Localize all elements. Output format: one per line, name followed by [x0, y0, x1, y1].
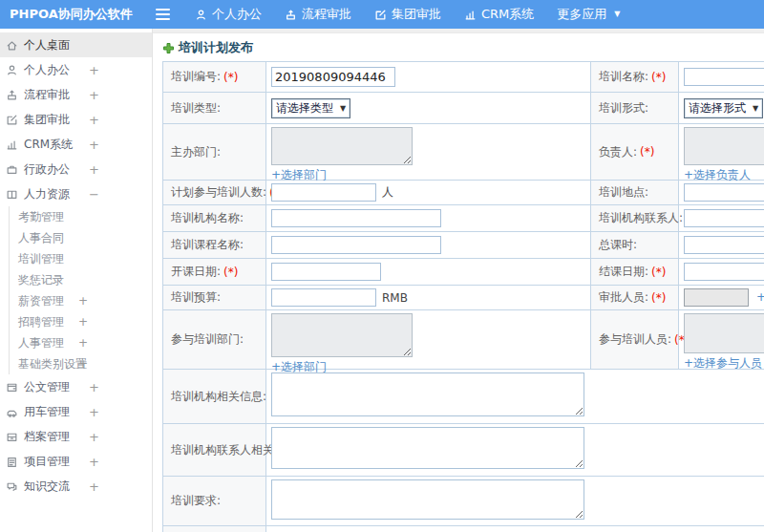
required-mark: (*) [223, 266, 238, 279]
form-row: 培训要求: [163, 477, 764, 526]
training-no-input[interactable] [271, 67, 395, 87]
topmenu-item-label: 个人办公 [212, 6, 262, 23]
org-info-textarea[interactable] [271, 372, 584, 416]
field-cell: +选择部门 [266, 310, 591, 369]
host-dept-textarea[interactable] [271, 127, 413, 165]
topmenu-item-workflow-approval[interactable]: 流程审批 [285, 6, 351, 23]
topmenu-item-more-apps[interactable]: 更多应用▼ [557, 6, 620, 23]
field-label-cell: 培训形式: [591, 93, 679, 123]
training-form-select[interactable]: 请选择形式▼ [684, 98, 763, 118]
sidebar-item-doc-mgmt[interactable]: 公文管理+ [0, 374, 152, 399]
field-label-cell: 参与培训部门: [163, 310, 266, 369]
expand-toggle-icon[interactable]: + [78, 357, 88, 371]
field-label-cell: 计划参与培训人数:(*) [163, 181, 266, 204]
field-cell: 人 [266, 181, 591, 204]
training-require-textarea[interactable] [271, 479, 584, 520]
field-label-cell: 培训机构联系人: [591, 205, 679, 231]
sidebar-item-attendance-mgmt[interactable]: 考勤管理 [10, 206, 152, 227]
sidebar-item-personnel-mgmt[interactable]: 人事管理+ [10, 332, 152, 353]
field-stack [271, 424, 584, 470]
field-cell [679, 62, 764, 92]
sidebar-item-workflow-approval[interactable]: 流程审批+ [0, 82, 152, 107]
end-date-input[interactable] [684, 263, 764, 281]
planned-participants-input[interactable] [271, 183, 376, 202]
home-icon [6, 39, 18, 52]
start-date-input[interactable] [271, 263, 381, 281]
sidebar-item-label: 集团审批 [24, 112, 70, 128]
select-value: 请选择类型 [276, 100, 333, 117]
expand-toggle-icon[interactable]: + [89, 380, 99, 394]
field-cell [266, 424, 764, 476]
sidebar-item-knowledge-exchange[interactable]: 知识交流+ [0, 474, 152, 499]
budget-input[interactable] [271, 288, 376, 307]
expand-toggle-icon[interactable]: + [89, 405, 99, 419]
sidebar-item-label: 档案管理 [24, 429, 70, 445]
sidebar-item-recruit-mgmt[interactable]: 招聘管理+ [10, 311, 152, 332]
sidebar-item-admin-office[interactable]: 行政办公+ [0, 157, 152, 181]
field-label: 主办部门: [171, 144, 221, 160]
field-label-cell: 培训预算: [163, 286, 266, 309]
expand-toggle-icon[interactable]: − [89, 187, 99, 202]
required-mark: (*) [651, 291, 666, 305]
expand-toggle-icon[interactable]: + [78, 336, 88, 350]
expand-toggle-icon[interactable]: + [89, 162, 99, 177]
training-type-select[interactable]: 请选择类型▼ [271, 98, 350, 118]
expand-toggle-icon[interactable]: + [89, 479, 99, 494]
field-stack: +选择负责人 [684, 124, 764, 184]
approver-input[interactable] [684, 288, 749, 307]
project-icon [6, 456, 18, 468]
sidebar-item-salary-mgmt[interactable]: 薪资管理+ [10, 290, 152, 311]
sidebar-item-label: 知识交流 [24, 479, 70, 495]
expand-toggle-icon[interactable]: + [89, 455, 99, 469]
expand-toggle-icon[interactable]: + [89, 430, 99, 444]
org-contact-info-textarea[interactable] [271, 427, 584, 469]
expand-toggle-icon[interactable]: + [89, 138, 99, 152]
topmenu-item-group-approval[interactable]: 集团审批 [374, 6, 441, 23]
field-label: 培训机构名称: [171, 210, 244, 226]
expand-toggle-icon[interactable]: + [89, 88, 99, 102]
field-cell: +选择负责人 [679, 124, 764, 180]
org-contact-input[interactable] [684, 209, 764, 227]
sidebar-item-project-mgmt[interactable]: 项目管理+ [0, 449, 152, 474]
join-person-textarea[interactable] [684, 313, 764, 353]
total-hours-input[interactable] [684, 236, 764, 254]
sidebar-item-vehicle-mgmt[interactable]: 用车管理+ [0, 399, 152, 424]
field-stack: +选择参与人员 [684, 310, 764, 372]
sidebar-item-hr-contract[interactable]: 人事合同 [10, 227, 152, 248]
topmenu-item-crm-system[interactable]: CRM系统 [464, 6, 534, 23]
doc-icon [6, 381, 18, 394]
field-cell: RMB [266, 286, 591, 309]
hamburger-menu-icon[interactable] [156, 9, 170, 20]
sidebar-item-group-approval[interactable]: 集团审批+ [0, 107, 152, 132]
topmenu-item-personal-office[interactable]: 个人办公 [195, 6, 262, 23]
course-name-input[interactable] [271, 236, 441, 254]
join-dept-textarea[interactable] [271, 313, 413, 357]
field-cell [266, 477, 764, 525]
field-suffix: 人 [382, 184, 393, 201]
sidebar-item-base-category-set[interactable]: 基础类别设置+ [10, 353, 152, 374]
field-label-cell: 审批人员:(*) [591, 286, 679, 309]
main-content: 培训计划发布 培训编号:(*)培训名称:(*)培训类型:请选择类型▼培训形式:请… [153, 29, 764, 532]
select-approver-link[interactable]: +选择审批人员 [756, 289, 764, 306]
sidebar-item-reward-punish[interactable]: 奖惩记录 [10, 269, 152, 290]
expand-toggle-icon[interactable]: + [78, 294, 88, 308]
sidebar-item-label: 薪资管理 [18, 293, 64, 309]
training-name-input[interactable] [684, 68, 764, 86]
leader-textarea[interactable] [684, 127, 764, 165]
expand-toggle-icon[interactable]: + [89, 113, 99, 127]
sidebar-item-crm-system[interactable]: CRM系统+ [0, 132, 152, 157]
org-name-input[interactable] [271, 209, 441, 227]
training-place-input[interactable] [684, 183, 764, 202]
field-suffix: RMB [382, 291, 408, 305]
expand-toggle-icon[interactable]: + [89, 63, 99, 77]
sidebar-item-training-mgmt[interactable]: 培训管理 [10, 248, 152, 269]
sidebar-item-personal-desktop[interactable]: 个人桌面 [0, 32, 152, 57]
expand-toggle-icon[interactable]: + [78, 315, 88, 329]
sidebar-item-personal-office[interactable]: 个人办公+ [0, 57, 152, 82]
field-label: 负责人: [599, 144, 637, 160]
field-label: 培训要求: [171, 493, 221, 509]
field-label-cell: 培训课程名称: [163, 232, 266, 258]
field-label: 培训名称: [599, 69, 648, 85]
sidebar-item-archive-mgmt[interactable]: 档案管理+ [0, 424, 152, 449]
sidebar-item-hr[interactable]: 人力资源− [0, 181, 152, 206]
